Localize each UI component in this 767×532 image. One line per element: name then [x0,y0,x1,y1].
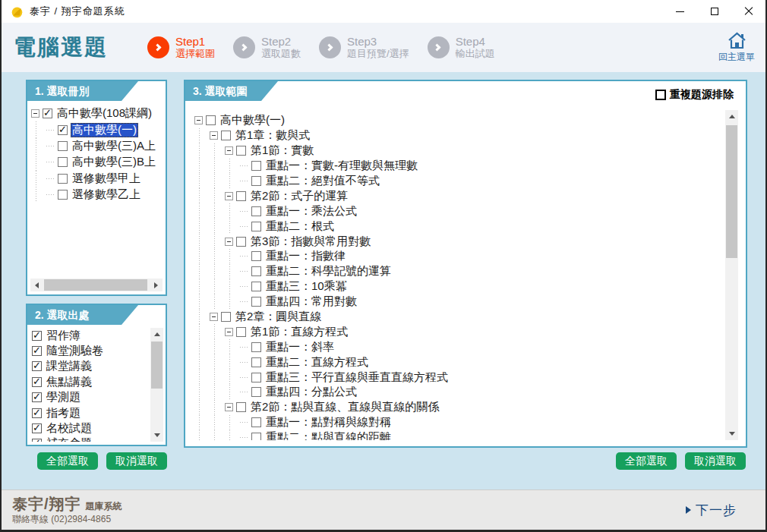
item-checkbox[interactable] [251,357,261,367]
item-checkbox[interactable] [221,131,231,140]
item-checkbox[interactable] [251,176,261,186]
item-checkbox[interactable] [236,327,246,337]
collapse-toggle-icon[interactable] [225,328,233,336]
volume-tree-hscrollbar[interactable] [30,279,163,291]
item-label[interactable]: 第2章：圓與直線 [234,310,323,324]
source-item[interactable]: 指考題 [32,405,147,420]
item-label[interactable]: 第1章：數與式 [234,128,311,143]
item-checkbox[interactable] [251,342,261,352]
scope-deselect-button[interactable]: 取消選取 [685,452,746,470]
item-checkbox[interactable] [251,433,261,440]
collapse-toggle-icon[interactable] [225,238,233,246]
item-checkbox[interactable] [32,331,42,341]
item-checkbox[interactable] [32,439,42,442]
item-label[interactable]: 高中數學(108課綱) [55,106,153,121]
item-checkbox[interactable] [206,115,216,125]
tree-item[interactable]: 重點一：實數-有理數與無理數 [194,159,720,174]
tree-item[interactable]: 第3節：指數與常用對數 [194,234,720,249]
item-checkbox[interactable] [251,297,261,307]
collapse-toggle-icon[interactable] [31,109,39,118]
collapse-toggle-icon[interactable] [194,116,203,124]
scroll-left-button[interactable] [30,279,43,291]
collapse-toggle-icon[interactable] [225,146,233,155]
scroll-up-button[interactable] [150,328,163,341]
item-label[interactable]: 選修數學甲上 [71,172,142,186]
source-item[interactable]: 補充命題 [32,436,147,442]
item-label[interactable]: 重點一：實數-有理數與無理數 [264,159,419,173]
item-checkbox[interactable] [32,408,42,418]
item-checkbox[interactable] [32,423,42,433]
scope-select-all-button[interactable]: 全部選取 [616,452,677,470]
item-label[interactable]: 重點四：常用對數 [264,294,358,309]
item-label[interactable]: 第1節：實數 [249,143,315,158]
item-checkbox[interactable] [32,346,42,356]
tree-item[interactable]: 第2章：圓與直線 [194,310,720,325]
item-label[interactable]: 第2節：式子的運算 [249,189,349,203]
item-label[interactable]: 重點二：絕對值不等式 [264,174,381,188]
tree-item[interactable]: 第2節：式子的運算 [194,188,720,203]
source-item[interactable]: 習作簿 [32,328,147,343]
item-label[interactable]: 重點一：乘法公式 [264,204,358,219]
collapse-toggle-icon[interactable] [210,131,218,140]
source-item[interactable]: 學測題 [32,390,147,405]
tree-item[interactable]: 高中數學(一) [31,121,162,137]
minimize-button[interactable] [663,0,697,23]
source-item[interactable]: 焦點講義 [32,374,147,389]
tree-item[interactable]: 重點四：分點公式 [194,385,720,400]
item-checkbox[interactable] [251,282,261,291]
item-checkbox[interactable] [221,312,231,322]
tree-item[interactable]: 重點二：直線方程式 [194,354,720,370]
item-label[interactable]: 重點三：平行直線與垂直直線方程式 [264,370,450,385]
item-label[interactable]: 重點三：10乘冪 [264,279,349,294]
collapse-toggle-icon[interactable] [225,403,233,411]
close-button[interactable] [731,0,765,23]
item-checkbox[interactable] [236,402,246,412]
tree-item[interactable]: 重點二：點與直線的距離 [194,430,720,440]
tree-item[interactable]: 重點二：根式 [194,219,720,234]
tree-item[interactable]: 重點一：斜率 [194,339,720,354]
item-label[interactable]: 高中數學(三)A上 [71,139,157,153]
tree-item[interactable]: 重點一：指數律 [194,249,720,264]
item-label[interactable]: 重點二：科學記號的運算 [264,264,393,279]
tree-item[interactable]: 高中數學(一) [194,113,720,128]
item-checkbox[interactable] [251,417,261,427]
item-checkbox[interactable] [58,174,68,184]
item-checkbox[interactable] [32,392,42,402]
item-label[interactable]: 重點二：直線方程式 [264,355,370,370]
item-label[interactable]: 重點一：點對稱與線對稱 [264,415,393,430]
item-label[interactable]: 高中數學(三)B上 [71,155,157,169]
tree-item[interactable]: 重點一：點對稱與線對稱 [194,415,720,430]
item-label[interactable]: 重點二：點與直線的距離 [264,430,393,440]
item-checkbox[interactable] [251,251,261,261]
tree-item[interactable]: 高中數學(三)A上 [31,138,162,154]
scope-tree-vscrollbar[interactable] [725,110,738,440]
tree-item[interactable]: 重點一：乘法公式 [194,203,720,219]
item-label[interactable]: 重點一：指數律 [264,249,347,263]
exclude-duplicate-checkbox[interactable] [655,90,666,100]
item-label[interactable]: 高中數學(一) [71,123,138,137]
scroll-down-button[interactable] [150,429,163,442]
item-checkbox[interactable] [58,190,68,200]
item-checkbox[interactable] [43,109,52,118]
item-label[interactable]: 重點四：分點公式 [264,385,358,399]
tree-item[interactable]: 重點三：10乘冪 [194,279,720,294]
item-label[interactable]: 重點二：根式 [264,219,336,234]
source-item[interactable]: 隨堂測驗卷 [32,343,147,358]
tree-item[interactable]: 重點二：絕對值不等式 [194,174,720,189]
item-checkbox[interactable] [58,141,68,151]
tree-item[interactable]: 重點二：科學記號的運算 [194,264,720,279]
item-checkbox[interactable] [32,377,42,387]
item-checkbox[interactable] [251,206,261,216]
item-checkbox[interactable] [251,222,261,231]
item-label[interactable]: 高中數學(一) [219,113,286,127]
item-checkbox[interactable] [58,125,68,135]
item-checkbox[interactable] [251,387,261,397]
item-checkbox[interactable] [251,373,261,382]
tree-item[interactable]: 選修數學乙上 [31,187,162,203]
tree-item[interactable]: 第2節：點與直線、直線與直線的關係 [194,400,720,415]
tree-item[interactable]: 重點四：常用對數 [194,294,720,310]
tree-item[interactable]: 重點三：平行直線與垂直直線方程式 [194,370,720,385]
collapse-toggle-icon[interactable] [225,192,233,200]
source-item[interactable]: 課堂講義 [32,359,147,374]
item-label[interactable]: 第1節：直線方程式 [249,325,349,339]
